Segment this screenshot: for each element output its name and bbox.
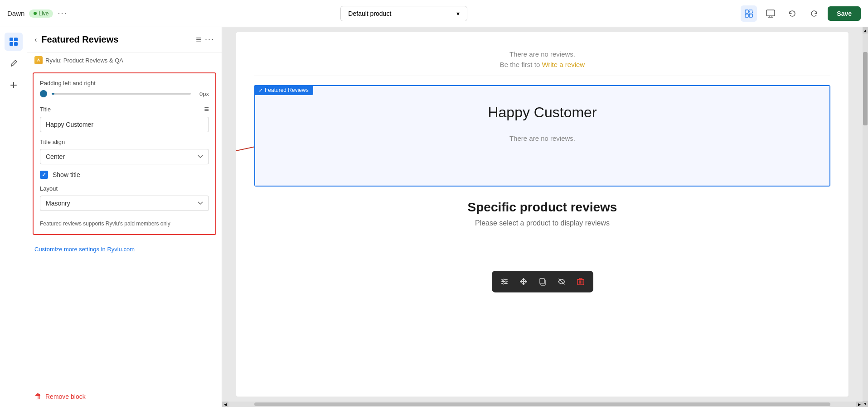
undo-icon <box>788 10 796 18</box>
svg-rect-4 <box>766 10 775 16</box>
scroll-down-btn[interactable]: ▼ <box>863 401 868 407</box>
layout-icon <box>9 37 18 46</box>
svg-rect-9 <box>14 38 18 41</box>
no-reviews-top: There are no reviews. Be the first to Wr… <box>254 41 830 76</box>
toolbar-delete-btn[interactable] <box>573 274 588 289</box>
add-icon <box>9 81 18 90</box>
panel-header: ‹ Featured Reviews ≡ ··· <box>27 27 222 53</box>
layout-label: Layout <box>40 185 209 192</box>
toolbar-hide-btn[interactable] <box>554 274 569 289</box>
ryviu-icon <box>34 56 43 64</box>
app-name: Dawn <box>7 10 24 17</box>
svg-rect-11 <box>14 42 18 46</box>
featured-block-label: Featured Reviews <box>265 87 309 93</box>
canvas-content: There are no reviews. Be the first to Wr… <box>236 32 849 397</box>
toolbar-move-btn[interactable] <box>516 274 531 289</box>
save-button[interactable]: Save <box>828 6 861 21</box>
title-input[interactable] <box>40 117 209 132</box>
remove-block[interactable]: 🗑 Remove block <box>27 386 222 407</box>
toolbar-move-icon <box>519 278 528 286</box>
topbar-center: Default product ▾ <box>73 6 735 21</box>
featured-content: Happy Customer There are no reviews. <box>255 86 829 186</box>
featured-label-bar: ⤢ Featured Reviews <box>254 85 313 95</box>
ryviu-label: Ryviu: Product Reviews & QA <box>27 53 222 68</box>
ryviu-text: Ryviu: Product Reviews & QA <box>45 57 123 64</box>
svg-point-20 <box>505 281 507 283</box>
panel-scroll[interactable]: Padding left and right 0px Title ≡ Title… <box>27 68 222 386</box>
canvas-area: There are no reviews. Be the first to Wr… <box>222 27 868 407</box>
grid-select-button[interactable] <box>741 5 757 22</box>
undo-button[interactable] <box>784 5 800 22</box>
sidebar-icon-add[interactable] <box>5 76 23 94</box>
topbar: Dawn Live ··· Default product ▾ <box>0 0 868 27</box>
main-layout: ‹ Featured Reviews ≡ ··· Ryviu: Product … <box>0 27 868 407</box>
toolbar-settings-icon <box>500 278 509 286</box>
toolbar-delete-icon <box>577 278 584 286</box>
sidebar-icons <box>0 27 27 407</box>
title-stack-icon[interactable]: ≡ <box>204 105 209 114</box>
layout-select[interactable]: Masonry Grid List <box>40 196 209 211</box>
padding-label: Padding left and right <box>40 80 209 86</box>
floating-toolbar <box>492 271 593 292</box>
featured-expand-icon: ⤢ <box>259 88 262 93</box>
featured-block[interactable]: ⤢ Featured Reviews Happy Customer There … <box>254 85 830 187</box>
no-reviews-inner-text: There are no reviews. <box>264 134 820 142</box>
note-text: Featured reviews supports Ryviu's paid m… <box>40 220 209 228</box>
svg-rect-10 <box>10 42 13 46</box>
back-button[interactable]: ‹ <box>34 36 37 44</box>
panel-more-icon[interactable]: ··· <box>205 34 214 45</box>
topbar-more-icon[interactable]: ··· <box>58 9 67 18</box>
toolbar-copy-btn[interactable] <box>535 274 550 289</box>
title-align-label: Title align <box>40 139 209 145</box>
canvas-scrollbar[interactable]: ▶ ◀ <box>222 402 863 407</box>
sidebar-icon-brush[interactable] <box>5 54 23 72</box>
show-title-row: Show title <box>40 171 209 179</box>
padding-value: 0px <box>195 91 209 97</box>
grid-select-icon <box>745 10 753 18</box>
canvas-row: There are no reviews. Be the first to Wr… <box>222 27 868 407</box>
scroll-thumb <box>863 52 868 125</box>
product-select[interactable]: Default product ▾ <box>340 6 467 21</box>
svg-point-19 <box>502 279 504 281</box>
topbar-left: Dawn Live ··· <box>7 9 67 18</box>
panel-header-icons: ≡ ··· <box>196 34 214 45</box>
show-title-checkbox[interactable] <box>40 171 48 179</box>
customize-link[interactable]: Customize more settings in Ryviu.com <box>27 239 222 259</box>
svg-point-21 <box>503 283 504 284</box>
specific-title: Specific product reviews <box>263 200 821 215</box>
toolbar-hide-icon <box>558 278 566 286</box>
title-align-select[interactable]: Center Left Right <box>40 149 209 164</box>
stack-icon[interactable]: ≡ <box>196 34 201 45</box>
svg-rect-8 <box>10 38 13 41</box>
scroll-left-btn[interactable]: ◀ <box>222 402 228 407</box>
desktop-icon-button[interactable] <box>762 5 779 22</box>
scroll-right-btn[interactable]: ▶ <box>856 402 863 407</box>
redo-button[interactable] <box>806 5 822 22</box>
remove-label: Remove block <box>45 393 86 400</box>
toolbar-settings-btn[interactable] <box>497 274 512 289</box>
brush-icon <box>9 59 18 68</box>
desktop-icon <box>766 10 775 18</box>
canvas-scrollbar-thumb <box>254 402 831 406</box>
specific-section: Specific product reviews Please select a… <box>254 187 830 241</box>
canvas-inner: There are no reviews. Be the first to Wr… <box>236 32 849 397</box>
title-row: Title ≡ <box>40 105 209 114</box>
live-label: Live <box>39 10 48 17</box>
scroll-up-btn[interactable]: ▲ <box>863 27 868 34</box>
show-title-label: Show title <box>53 171 80 178</box>
live-badge: Live <box>29 10 53 18</box>
svg-rect-3 <box>749 14 752 17</box>
right-scrollbar[interactable]: ▲ ▼ <box>863 27 868 407</box>
no-reviews-top-text: There are no reviews. <box>254 50 830 58</box>
slider-track[interactable] <box>52 93 191 95</box>
svg-rect-2 <box>745 14 748 17</box>
happy-customer-title: Happy Customer <box>264 104 820 121</box>
live-dot <box>34 12 37 15</box>
write-review-link[interactable]: Write a review <box>542 61 585 68</box>
scroll-track <box>863 34 868 401</box>
svg-rect-25 <box>540 278 544 284</box>
product-select-label: Default product <box>348 10 391 17</box>
sidebar-icon-layout[interactable] <box>5 33 23 51</box>
svg-rect-0 <box>745 10 748 13</box>
redo-icon <box>810 10 818 18</box>
